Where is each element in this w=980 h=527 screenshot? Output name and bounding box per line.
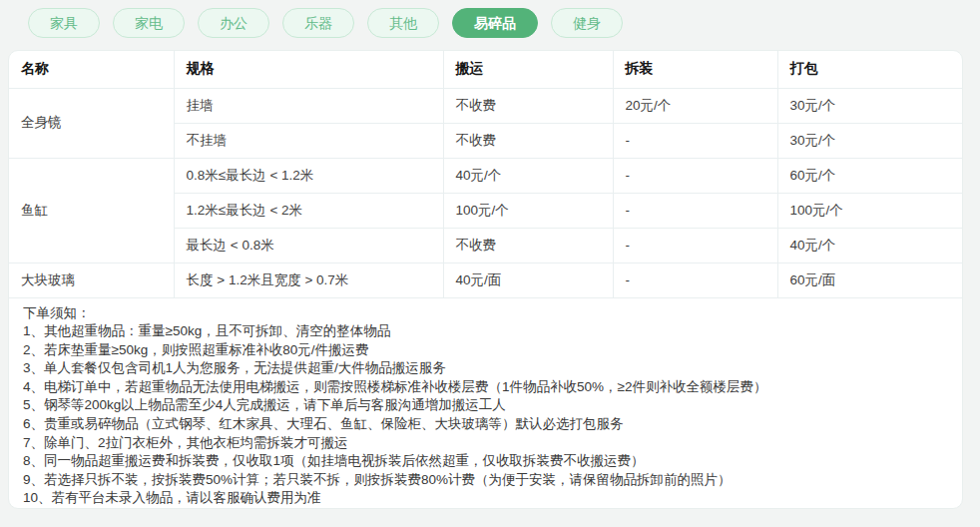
disassembly-cell: -	[613, 123, 777, 158]
tab-健身[interactable]: 健身	[551, 8, 623, 38]
note-line: 6、贵重或易碎物品（立式钢琴、红木家具、大理石、鱼缸、保险柜、大块玻璃等）默认必…	[23, 415, 948, 434]
order-notes: 下单须知： 1、其他超重物品：重量≥50kg，且不可拆卸、清空的整体物品2、若床…	[9, 298, 962, 509]
table-row: 全身镜挂墙不收费20元/个30元/个	[9, 88, 963, 123]
pricing-table: 名称规格搬运拆装打包 全身镜挂墙不收费20元/个30元/个不挂墙不收费-30元/…	[9, 51, 963, 298]
table-row: 大块玻璃长度 > 1.2米且宽度 > 0.7米40元/面-60元/面	[9, 263, 963, 297]
tab-家具[interactable]: 家具	[28, 8, 100, 38]
pricing-card: 名称规格搬运拆装打包 全身镜挂墙不收费20元/个30元/个不挂墙不收费-30元/…	[8, 50, 963, 509]
category-tabs: 家具家电办公乐器其他易碎品健身	[28, 8, 623, 38]
tab-易碎品-active[interactable]: 易碎品	[452, 8, 538, 38]
column-header: 搬运	[443, 51, 613, 88]
tab-其他[interactable]: 其他	[367, 8, 439, 38]
pack-cell: 30元/个	[777, 88, 963, 123]
pack-cell: 40元/个	[777, 228, 963, 263]
spec-cell: 最长边 < 0.8米	[174, 228, 443, 263]
column-header: 打包	[777, 51, 963, 88]
spec-cell: 0.8米≤最长边 < 1.2米	[174, 158, 443, 193]
move-cell: 40元/面	[443, 263, 613, 297]
note-line: 3、单人套餐仅包含司机1人为您服务，无法提供超重/大件物品搬运服务	[23, 359, 948, 378]
tab-乐器[interactable]: 乐器	[282, 8, 354, 38]
disassembly-cell: -	[613, 228, 777, 263]
spec-cell: 长度 > 1.2米且宽度 > 0.7米	[174, 263, 443, 297]
spec-cell: 1.2米≤最长边 < 2米	[174, 193, 443, 228]
note-line: 8、同一物品超重搬运费和拆装费，仅收取1项（如挂墙电视拆装后依然超重，仅收取拆装…	[23, 452, 948, 471]
disassembly-cell: 20元/个	[613, 88, 777, 123]
note-line: 4、电梯订单中，若超重物品无法使用电梯搬运，则需按照楼梯标准补收楼层费（1件物品…	[23, 378, 948, 397]
disassembly-cell: -	[613, 193, 777, 228]
column-header: 规格	[174, 51, 443, 88]
spec-cell: 不挂墙	[174, 123, 443, 158]
item-name-cell: 大块玻璃	[9, 263, 174, 297]
spec-cell: 挂墙	[174, 88, 443, 123]
disassembly-cell: -	[613, 263, 777, 297]
note-line: 2、若床垫重量≥50kg，则按照超重标准补收80元/件搬运费	[23, 341, 948, 360]
table-header-row: 名称规格搬运拆装打包	[9, 51, 963, 88]
move-cell: 不收费	[443, 123, 613, 158]
note-line: 1、其他超重物品：重量≥50kg，且不可拆卸、清空的整体物品	[23, 322, 948, 341]
table-row: 鱼缸0.8米≤最长边 < 1.2米40元/个-60元/个	[9, 158, 963, 193]
disassembly-cell: -	[613, 158, 777, 193]
notes-title: 下单须知：	[23, 304, 948, 323]
move-cell: 不收费	[443, 88, 613, 123]
note-line: 9、若选择只拆不装，按拆装费50%计算；若只装不拆，则按拆装费80%计费（为便于…	[23, 471, 948, 490]
move-cell: 不收费	[443, 228, 613, 263]
note-line: 10、若有平台未录入物品，请以客服确认费用为准	[23, 489, 948, 508]
note-line: 5、钢琴等200kg以上物品需至少4人完成搬运，请下单后与客服沟通增加搬运工人	[23, 396, 948, 415]
column-header: 拆装	[613, 51, 777, 88]
pack-cell: 60元/个	[777, 158, 963, 193]
tab-办公[interactable]: 办公	[198, 8, 269, 38]
move-cell: 100元/个	[443, 193, 613, 228]
notes-list: 1、其他超重物品：重量≥50kg，且不可拆卸、清空的整体物品2、若床垫重量≥50…	[23, 322, 948, 508]
note-line: 7、除单门、2拉门衣柜外，其他衣柜均需拆装才可搬运	[23, 434, 948, 453]
tab-家电[interactable]: 家电	[113, 8, 185, 38]
item-name-cell: 鱼缸	[9, 158, 174, 263]
pack-cell: 100元/个	[777, 193, 963, 228]
pack-cell: 60元/面	[777, 263, 963, 297]
column-header: 名称	[9, 51, 174, 88]
pack-cell: 30元/个	[777, 123, 963, 158]
move-cell: 40元/个	[443, 158, 613, 193]
item-name-cell: 全身镜	[9, 88, 174, 158]
